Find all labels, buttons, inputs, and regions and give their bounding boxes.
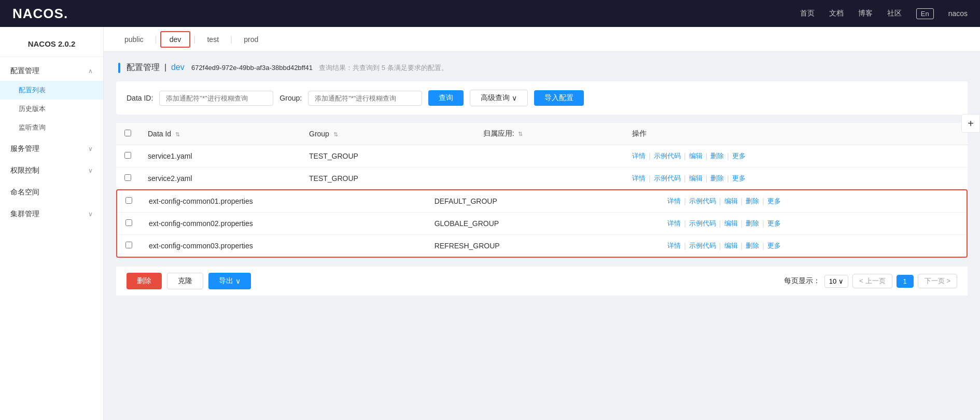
- row-checkbox-cell: [117, 190, 141, 213]
- group-input[interactable]: [308, 91, 422, 106]
- action-more[interactable]: 更多: [767, 219, 781, 228]
- row-actions: 详情 | 示例代码 | 编辑 | 删除 | 更多: [659, 190, 967, 213]
- sidebar-group-config-title[interactable]: 配置管理 ∧: [0, 61, 103, 81]
- clone-button[interactable]: 克隆: [167, 273, 203, 289]
- lang-switcher[interactable]: En: [916, 8, 934, 19]
- sidebar-group-service-title[interactable]: 服务管理 ∨: [0, 139, 103, 159]
- row-actions: 详情 | 示例代码 | 编辑 | 删除 | 更多: [624, 167, 968, 190]
- row-checkbox[interactable]: [125, 219, 132, 226]
- next-page-button[interactable]: 下一页 >: [918, 274, 957, 288]
- sidebar-group-namespace: 命名空间: [0, 183, 103, 202]
- action-detail[interactable]: 详情: [632, 174, 646, 183]
- sidebar-group-auth: 权限控制 ∨: [0, 161, 103, 180]
- row-actions: 详情 | 示例代码 | 编辑 | 删除 | 更多: [624, 145, 968, 167]
- action-detail[interactable]: 详情: [667, 241, 681, 250]
- chevron-down-icon: ∨: [88, 145, 93, 152]
- action-detail[interactable]: 详情: [667, 219, 681, 228]
- action-detail[interactable]: 详情: [667, 197, 681, 206]
- action-edit[interactable]: 编辑: [724, 197, 738, 206]
- action-example-code[interactable]: 示例代码: [689, 219, 716, 228]
- row-group: TEST_GROUP: [301, 167, 475, 190]
- highlighted-table: ext-config-common01.properties DEFAULT_G…: [117, 190, 967, 257]
- user-avatar[interactable]: nacos: [948, 9, 968, 18]
- header-group[interactable]: Group ⇅: [301, 123, 475, 145]
- header-app[interactable]: 归属应用: ⇅: [475, 123, 624, 145]
- tab-public[interactable]: public: [116, 32, 152, 47]
- chevron-down-icon2: ∨: [88, 167, 93, 174]
- row-data-id: ext-config-common02.properties: [141, 213, 426, 235]
- nav-home[interactable]: 首页: [800, 9, 815, 18]
- tab-dev[interactable]: dev: [160, 31, 191, 48]
- sidebar-group-namespace-title[interactable]: 命名空间: [0, 183, 103, 202]
- action-edit[interactable]: 编辑: [724, 241, 738, 250]
- nav-community[interactable]: 社区: [887, 9, 902, 18]
- header-bar-decoration: [118, 63, 120, 73]
- row-data-id: ext-config-common01.properties: [141, 190, 426, 213]
- add-config-button[interactable]: +: [961, 114, 980, 133]
- page-subtitle: 查询结果：共查询到 5 条满足要求的配置。: [319, 63, 447, 73]
- tab-test[interactable]: test: [199, 32, 227, 47]
- main-content: public | dev | test | prod 配置管理 | dev 67…: [104, 27, 980, 420]
- row-app: [620, 235, 660, 257]
- action-example-code[interactable]: 示例代码: [654, 151, 681, 161]
- action-edit[interactable]: 编辑: [689, 174, 703, 183]
- action-example-code[interactable]: 示例代码: [689, 241, 716, 250]
- select-all-checkbox[interactable]: [124, 130, 131, 136]
- bottom-bar: 删除 克隆 导出 ∨ 每页显示： 10 ∨ < 上一页 1 下一页 >: [116, 266, 968, 296]
- tab-separator-1: |: [155, 35, 157, 44]
- sidebar-item-history[interactable]: 历史版本: [0, 100, 103, 118]
- page-area: 配置管理 | dev 672f4ed9-972e-49bb-af3a-38bbd…: [104, 52, 980, 306]
- tab-prod[interactable]: prod: [235, 32, 267, 47]
- data-id-label: Data ID:: [127, 94, 153, 102]
- tab-separator-3: |: [230, 35, 232, 44]
- page-size-selector[interactable]: 10 ∨: [824, 275, 848, 288]
- action-delete[interactable]: 删除: [710, 151, 724, 161]
- action-more[interactable]: 更多: [767, 197, 781, 206]
- row-group: GLOBALE_GROUP: [426, 213, 620, 235]
- row-checkbox-cell: [117, 213, 141, 235]
- main-layout: NACOS 2.0.2 配置管理 ∧ 配置列表 历史版本 监听查询 服务管理 ∨…: [0, 27, 980, 420]
- delete-button[interactable]: 删除: [127, 273, 162, 289]
- action-delete[interactable]: 删除: [746, 197, 759, 206]
- sidebar-group-auth-title[interactable]: 权限控制 ∨: [0, 161, 103, 180]
- action-detail[interactable]: 详情: [632, 151, 646, 161]
- sidebar-version: NACOS 2.0.2: [0, 35, 103, 57]
- table-row: ext-config-common03.properties REFRESH_G…: [117, 235, 967, 257]
- row-checkbox[interactable]: [125, 197, 132, 204]
- import-config-button[interactable]: 导入配置: [534, 90, 584, 106]
- header-data-id[interactable]: Data Id ⇅: [139, 123, 301, 145]
- current-page-button[interactable]: 1: [897, 275, 914, 288]
- logo: NACOS.: [12, 6, 68, 22]
- row-checkbox[interactable]: [124, 152, 131, 159]
- action-delete[interactable]: 删除: [746, 241, 759, 250]
- action-more[interactable]: 更多: [732, 174, 746, 183]
- data-id-input[interactable]: [159, 91, 273, 106]
- header-actions: 操作: [624, 123, 968, 145]
- search-bar: Data ID: Group: 查询 高级查询 ∨ 导入配置: [116, 81, 968, 115]
- table-header-row: Data Id ⇅ Group ⇅ 归属应用: ⇅ 操作: [116, 123, 968, 145]
- action-delete[interactable]: 删除: [710, 174, 724, 183]
- row-checkbox[interactable]: [124, 174, 131, 181]
- chevron-down-icon6: ∨: [838, 277, 844, 285]
- action-more[interactable]: 更多: [732, 151, 746, 161]
- group-label: Group:: [279, 94, 302, 102]
- row-checkbox[interactable]: [125, 242, 132, 248]
- sidebar-item-config-list[interactable]: 配置列表: [0, 81, 103, 100]
- sidebar-group-cluster-title[interactable]: 集群管理 ∨: [0, 204, 103, 224]
- action-more[interactable]: 更多: [767, 241, 781, 250]
- table-container: Data Id ⇅ Group ⇅ 归属应用: ⇅ 操作: [116, 123, 968, 258]
- action-delete[interactable]: 删除: [746, 219, 759, 228]
- export-button[interactable]: 导出 ∨: [208, 273, 251, 289]
- prev-page-button[interactable]: < 上一页: [852, 274, 892, 288]
- nav-docs[interactable]: 文档: [829, 9, 844, 18]
- sidebar-item-listener[interactable]: 监听查询: [0, 118, 103, 137]
- advanced-search-button[interactable]: 高级查询 ∨: [470, 90, 528, 106]
- nav-blog[interactable]: 博客: [858, 9, 873, 18]
- action-example-code[interactable]: 示例代码: [689, 197, 716, 206]
- action-edit[interactable]: 编辑: [724, 219, 738, 228]
- action-example-code[interactable]: 示例代码: [654, 174, 681, 183]
- action-edit[interactable]: 编辑: [689, 151, 703, 161]
- search-button[interactable]: 查询: [428, 90, 464, 106]
- chevron-up-icon: ∧: [88, 67, 93, 75]
- row-actions: 详情 | 示例代码 | 编辑 | 删除 | 更多: [659, 213, 967, 235]
